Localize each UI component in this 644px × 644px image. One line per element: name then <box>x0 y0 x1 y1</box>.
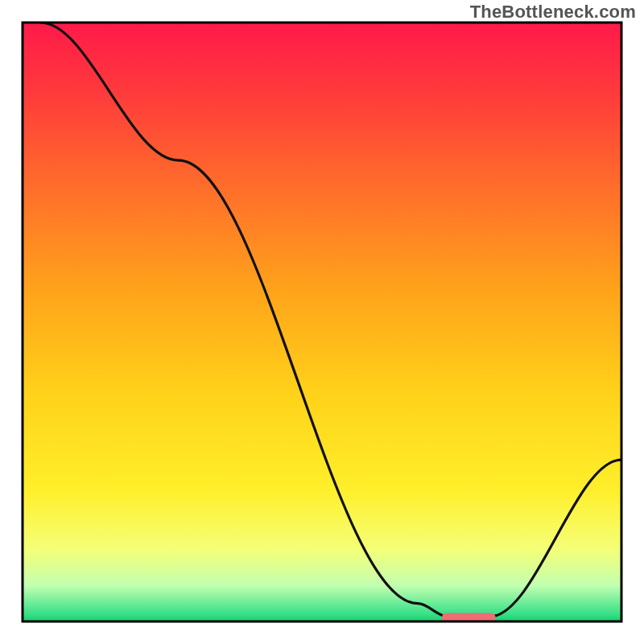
bottleneck-chart <box>0 0 644 644</box>
plot-background <box>23 23 621 621</box>
watermark-text: TheBottleneck.com <box>470 2 636 23</box>
chart-stage: TheBottleneck.com <box>0 0 644 644</box>
